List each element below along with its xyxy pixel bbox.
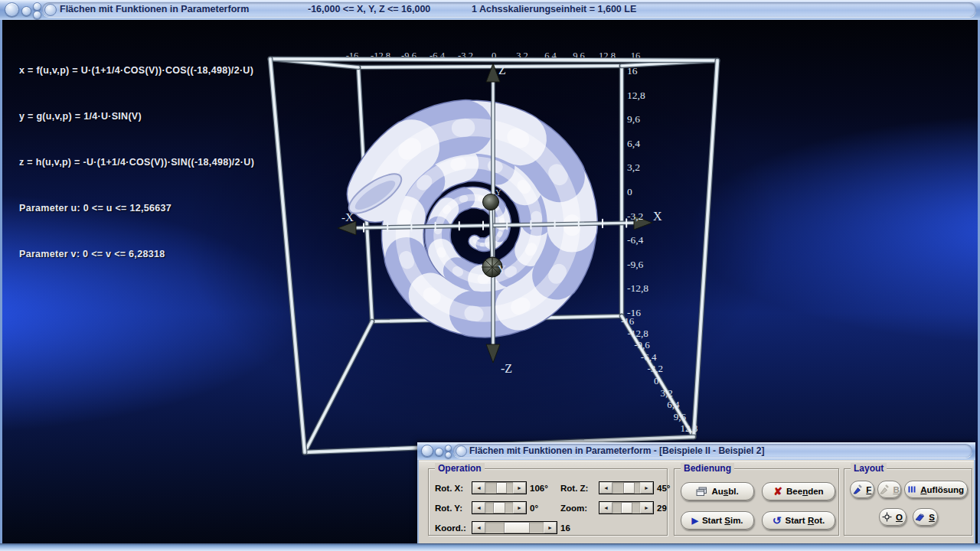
- scroll-thumb[interactable]: [623, 482, 634, 494]
- formula-x: x = f(u,v,p) = U·(1+1/4·COS(V))·COS((-18…: [19, 63, 254, 78]
- window-control-large-button[interactable]: [421, 445, 433, 457]
- control-window: Flächen mit Funktionen in Parameterform …: [417, 442, 975, 543]
- control-panel-body: Operation Rot. X: ◄ ► 106° Rot. Z: ◄ ►: [419, 461, 974, 543]
- scroll-track[interactable]: [612, 482, 640, 494]
- aufloesung-button[interactable]: Auflösung: [904, 481, 968, 498]
- background-color-button[interactable]: B: [877, 481, 902, 498]
- control-window-title: Flächen mit Funktionen in Parameterform …: [469, 445, 764, 456]
- button-label: B: [893, 485, 899, 494]
- svg-text:-6,4: -6,4: [627, 234, 644, 246]
- svg-text:-3,2: -3,2: [627, 210, 643, 222]
- window-control-small-button[interactable]: [435, 448, 443, 456]
- window-control-bottom-button[interactable]: [445, 452, 452, 458]
- play-icon: ▶: [691, 517, 697, 525]
- app-window: Flächen mit Funktionen in Parameterform …: [0, 0, 980, 551]
- titlebar-panel: Flächen mit Funktionen in Parameterform …: [453, 444, 972, 458]
- rotate-arrow-icon: ↺: [773, 515, 782, 526]
- rot-y-scrollbar[interactable]: ◄ ►: [472, 501, 527, 514]
- main-titlebar[interactable]: Flächen mit Funktionen in Parameterform …: [0, 0, 980, 21]
- svg-text:3,2: 3,2: [661, 387, 673, 399]
- cascade-windows-icon: [696, 487, 707, 497]
- svg-text:-Z: -Z: [501, 362, 512, 375]
- button-label: Ausbl.: [711, 487, 738, 496]
- rot-y-value: 0°: [530, 504, 557, 513]
- eraser-wedge-icon: [915, 513, 925, 522]
- scroll-thumb[interactable]: [493, 502, 505, 514]
- paintbrush-gray-icon: [879, 484, 889, 494]
- scroll-right-arrow[interactable]: ►: [640, 482, 653, 494]
- svg-text:12,8: 12,8: [627, 90, 645, 101]
- window-control-small-button[interactable]: [21, 6, 31, 16]
- rot-y-label: Rot. Y:: [435, 504, 469, 513]
- scroll-thumb[interactable]: [621, 502, 632, 514]
- control-titlebar[interactable]: Flächen mit Funktionen in Parameterform …: [417, 442, 975, 460]
- svg-text:6,4: 6,4: [667, 399, 680, 410]
- svg-text:Z: Z: [498, 64, 506, 77]
- ausbl-button[interactable]: Ausbl.: [681, 482, 754, 500]
- koord-value: 16: [560, 523, 596, 533]
- surface-color-button[interactable]: F: [850, 481, 874, 498]
- window-control-large-button[interactable]: [5, 2, 19, 17]
- svg-text:-X: -X: [341, 211, 354, 223]
- scroll-thumb[interactable]: [496, 482, 507, 494]
- button-label: Start Rot.: [785, 516, 825, 525]
- axis-scale-info: 1 Achsskalierungseinheit = 1,600 LE: [472, 4, 636, 15]
- formula-block: x = f(u,v,p) = U·(1+1/4·COS(V))·COS((-18…: [19, 32, 254, 292]
- svg-text:0: 0: [654, 375, 659, 386]
- titlebar-menu-button[interactable]: [456, 445, 467, 457]
- parameter-u-range: Parameter u: 0 <= u <= 12,56637: [19, 201, 254, 216]
- resolution-bars-icon: [908, 485, 916, 494]
- svg-text:-6,4: -6,4: [641, 351, 657, 363]
- scroll-track[interactable]: [485, 482, 513, 494]
- zoom-scrollbar[interactable]: ◄ ►: [599, 501, 654, 514]
- rot-z-scrollbar[interactable]: ◄ ►: [599, 481, 654, 494]
- rot-x-scrollbar[interactable]: ◄ ►: [472, 481, 527, 494]
- scroll-left-arrow[interactable]: ◄: [472, 522, 485, 533]
- svg-text:16: 16: [627, 65, 638, 77]
- rot-x-label: Rot. X:: [435, 484, 469, 493]
- window-control-bottom-button[interactable]: [33, 11, 41, 19]
- layout-group-label: Layout: [851, 463, 887, 474]
- start-rot-button[interactable]: ↺ Start Rot.: [762, 511, 835, 530]
- scroll-right-arrow[interactable]: ►: [640, 502, 653, 514]
- svg-text:3,2: 3,2: [627, 161, 640, 173]
- window-control-top-button[interactable]: [33, 2, 41, 11]
- svg-text:9,6: 9,6: [627, 113, 640, 125]
- formula-y: y = g(u,v,p) = 1/4·U·SIN(V): [19, 109, 254, 124]
- scroll-track[interactable]: [485, 502, 513, 514]
- koord-label: Koord.:: [435, 523, 469, 533]
- scroll-right-arrow[interactable]: ►: [513, 502, 526, 514]
- titlebar-menu-button[interactable]: [44, 4, 57, 16]
- scroll-right-arrow[interactable]: ►: [544, 522, 557, 533]
- operation-groupbox: Operation Rot. X: ◄ ► 106° Rot. Z: ◄ ►: [428, 468, 668, 536]
- window-control-top-button[interactable]: [445, 445, 452, 452]
- koord-scrollbar[interactable]: ◄ ►: [472, 521, 557, 534]
- button-label: S: [929, 513, 935, 522]
- rot-x-value: 106°: [530, 484, 557, 493]
- axis-range-info: -16,000 <= X, Y, Z <= 16,000: [308, 4, 430, 15]
- button-label: O: [896, 513, 903, 522]
- scroll-track[interactable]: [485, 522, 544, 533]
- scroll-track[interactable]: [612, 502, 640, 514]
- beenden-button[interactable]: ✘ Beenden: [762, 482, 835, 500]
- scroll-thumb[interactable]: [504, 522, 530, 533]
- button-label: Beenden: [786, 487, 824, 496]
- layout-groupbox: Layout F B: [844, 468, 972, 536]
- window-title: Flächen mit Funktionen in Parameterform: [60, 4, 249, 15]
- surface-spiral: [343, 127, 572, 314]
- scroll-left-arrow[interactable]: ◄: [599, 502, 612, 514]
- svg-text:-Y: -Y: [493, 188, 501, 197]
- scroll-left-arrow[interactable]: ◄: [599, 482, 612, 494]
- svg-text:9,6: 9,6: [674, 411, 687, 422]
- close-x-icon: ✘: [773, 486, 782, 497]
- origin-button[interactable]: O: [879, 508, 906, 526]
- start-sim-button[interactable]: ▶ Start Sim.: [681, 511, 754, 530]
- scroll-left-arrow[interactable]: ◄: [472, 482, 485, 494]
- svg-text:X: X: [653, 210, 662, 223]
- scroll-right-arrow[interactable]: ►: [513, 482, 526, 494]
- zoom-label: Zoom:: [560, 504, 596, 513]
- scroll-left-arrow[interactable]: ◄: [472, 502, 485, 514]
- operation-group-label: Operation: [435, 463, 485, 474]
- button-label: F: [866, 485, 871, 494]
- surface-style-button[interactable]: S: [913, 508, 938, 526]
